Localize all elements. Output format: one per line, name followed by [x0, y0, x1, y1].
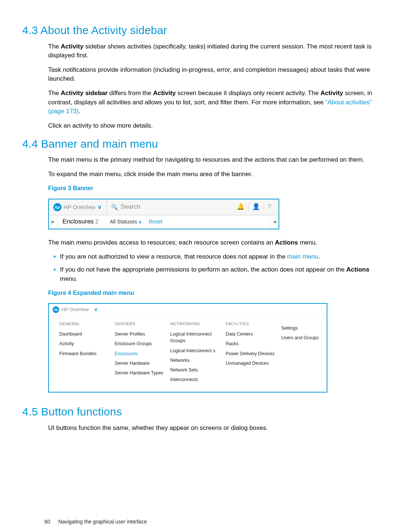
- figure-3-caption: Figure 3 Banner: [48, 184, 374, 192]
- hp-logo-icon: hp: [53, 306, 59, 313]
- menu-column-header: GENERAL: [59, 321, 115, 327]
- menu-item[interactable]: Networks: [170, 357, 226, 364]
- figure-4-expanded-menu: hp HP OneView ∨ GENERALDashboardActivity…: [48, 303, 327, 393]
- menu-item[interactable]: Server Hardware Types: [115, 370, 170, 376]
- resource-title: Enclosures: [63, 217, 94, 226]
- menu-item[interactable]: Power Delivery Devices: [226, 350, 281, 357]
- resource-count: 2: [95, 217, 99, 226]
- menu-item[interactable]: Data Centers: [226, 331, 281, 337]
- figure-3-banner: hp HP OneView ∨ 🔍 Search 🔔 👤 ? ▶ Enclosu…: [48, 199, 279, 229]
- left-pane-toggle[interactable]: ▶: [49, 215, 57, 229]
- menu-item[interactable]: Activity: [59, 340, 115, 347]
- para-4-4-1: The main menu is the primary method for …: [48, 155, 374, 165]
- bullet-no-permission: If you do not have the appropriate permi…: [60, 265, 374, 283]
- menu-item[interactable]: Network Sets: [170, 367, 226, 373]
- menu-item[interactable]: Logical Interconnect s: [170, 347, 226, 354]
- menu-item[interactable]: Server Hardware: [115, 360, 170, 367]
- chevron-down-icon: ∨: [97, 203, 102, 211]
- bell-icon[interactable]: 🔔: [233, 203, 248, 212]
- page-number: 60: [44, 519, 50, 525]
- chevron-down-icon: ∨: [94, 306, 98, 313]
- right-pane-toggle[interactable]: ◀: [270, 215, 279, 229]
- menu-column-header: SERVERS: [115, 321, 170, 327]
- menu-item[interactable]: Enclosure Groups: [115, 340, 170, 347]
- user-icon[interactable]: 👤: [248, 203, 264, 212]
- menu-column: SERVERSServer ProfilesEnclosure GroupsEn…: [115, 321, 170, 386]
- menu-column: GENERALDashboardActivityFirmware Bundles: [59, 321, 115, 386]
- heading-4-3: 4.3 About the Activity sidebar: [22, 22, 374, 38]
- menu-item[interactable]: Server Profiles: [115, 331, 170, 337]
- menu-item[interactable]: Firmware Bundles: [59, 350, 115, 357]
- search-icon: 🔍: [111, 203, 118, 211]
- heading-4-5: 4.5 Button functions: [22, 404, 374, 420]
- menu-item[interactable]: Enclosures: [115, 350, 170, 357]
- chapter-title: Navigating the graphical user interface: [58, 519, 147, 525]
- figure-4-caption: Figure 4 Expanded main menu: [48, 289, 374, 297]
- menu-item[interactable]: Racks: [226, 340, 281, 347]
- menu-column: FACILITIESData CentersRacksPower Deliver…: [226, 321, 281, 386]
- para-4-3-3: The Activity sidebar differs from the Ac…: [48, 89, 374, 116]
- menu-item[interactable]: Logical Interconnect Groups: [170, 331, 226, 344]
- page-footer: 60 Navigating the graphical user interfa…: [44, 518, 147, 525]
- para-4-3-2: Task notifications provide information (…: [48, 65, 374, 84]
- search-input[interactable]: 🔍 Search: [107, 202, 233, 212]
- brand-text: HP OneView: [61, 306, 89, 313]
- brand-text: HP OneView: [64, 203, 95, 211]
- help-icon[interactable]: ?: [264, 203, 275, 212]
- para-after-fig3: The main menu provides access to resourc…: [48, 238, 374, 248]
- heading-4-4: 4.4 Banner and main menu: [22, 136, 374, 152]
- main-menu-button[interactable]: hp HP OneView ∨: [49, 199, 107, 215]
- menu-item[interactable]: Interconnects: [170, 376, 226, 383]
- para-4-3-1: The Activity sidebar shows activities (s…: [48, 42, 374, 60]
- para-4-4-2: To expand the main menu, click inside th…: [48, 170, 374, 179]
- menu-column-header: FACILITIES: [226, 321, 281, 327]
- status-filter[interactable]: All Statuses ∨: [110, 218, 142, 225]
- menu-item[interactable]: Dashboard: [59, 331, 115, 337]
- para-4-3-4: Click an activity to show more details.: [48, 121, 374, 131]
- menu-item[interactable]: Unmanaged Devices: [226, 360, 281, 367]
- menu-column: SettingsUsers and Groups: [281, 321, 320, 386]
- menu-item[interactable]: Users and Groups: [281, 334, 320, 341]
- bullet-unauth-view: If you are not authorized to view a reso…: [60, 252, 374, 262]
- chevron-down-icon: ∨: [139, 219, 142, 225]
- menu-item[interactable]: Settings: [281, 325, 320, 331]
- link-main-menu[interactable]: main menu: [287, 253, 318, 260]
- menu-column: NETWORKINGLogical Interconnect GroupsLog…: [170, 321, 226, 386]
- menu-column-header: NETWORKING: [170, 321, 226, 327]
- hp-logo-icon: hp: [53, 203, 61, 211]
- reset-button[interactable]: Reset: [149, 218, 162, 225]
- para-4-5-1: UI buttons function the same, whether th…: [48, 424, 374, 433]
